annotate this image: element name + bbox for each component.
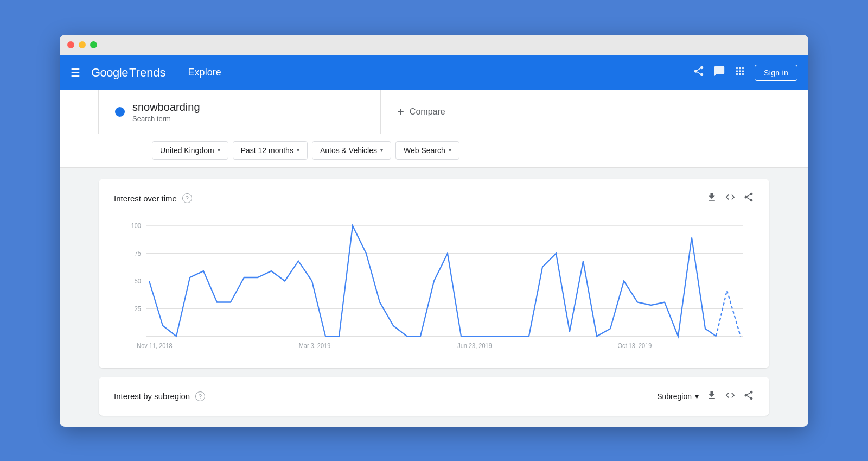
subregion-right: Subregion ▾ <box>657 390 754 403</box>
svg-text:Nov 11, 2018: Nov 11, 2018 <box>137 342 172 349</box>
sidebar-space <box>60 90 99 134</box>
country-label: United Kingdom <box>160 146 214 155</box>
feedback-icon[interactable] <box>713 65 725 80</box>
card-title: Interest over time <box>114 194 177 203</box>
help-icon[interactable]: ? <box>182 193 192 203</box>
brand-logo: Google Trends <box>91 66 166 80</box>
chart-container: 100 75 50 25 Nov 11, 2018 Mar 3, 2019 Ju… <box>114 214 754 355</box>
header-right: Sign in <box>693 65 797 81</box>
download-icon[interactable] <box>706 192 717 205</box>
subregion-embed-icon[interactable] <box>725 390 736 403</box>
main-content: Interest over time ? <box>60 168 808 427</box>
apps-icon[interactable] <box>734 65 746 80</box>
header-divider <box>177 65 177 80</box>
subregion-title: Interest by subregion <box>114 391 190 401</box>
card-header: Interest over time ? <box>114 192 754 205</box>
search-term-type: Search term <box>132 115 200 123</box>
brand-google-text: Google <box>91 66 128 80</box>
period-filter[interactable]: Past 12 months ▾ <box>233 141 308 160</box>
svg-text:Oct 13, 2019: Oct 13, 2019 <box>618 342 652 349</box>
subregion-select[interactable]: Subregion ▾ <box>657 392 699 401</box>
interest-over-time-card: Interest over time ? <box>99 179 769 368</box>
country-arrow-icon: ▾ <box>218 147 220 153</box>
svg-text:75: 75 <box>135 250 141 256</box>
svg-text:25: 25 <box>135 305 141 312</box>
search-type-arrow-icon: ▾ <box>449 147 451 153</box>
titlebar <box>60 35 808 55</box>
explore-label: Explore <box>188 67 221 78</box>
subregion-share-icon[interactable] <box>743 390 754 403</box>
hamburger-menu-icon[interactable]: ☰ <box>71 66 80 79</box>
period-arrow-icon: ▾ <box>297 147 299 153</box>
country-filter[interactable]: United Kingdom ▾ <box>152 141 228 160</box>
compare-section[interactable]: + Compare <box>381 90 808 134</box>
subregion-card: Interest by subregion ? Subregion ▾ <box>99 377 769 416</box>
search-term-name: snowboarding <box>132 101 200 113</box>
subregion-download-icon[interactable] <box>706 390 717 403</box>
search-term-text: snowboarding Search term <box>132 101 200 123</box>
period-label: Past 12 months <box>241 146 293 155</box>
svg-text:100: 100 <box>131 222 141 229</box>
app-header: ☰ Google Trends Explore <box>60 55 808 90</box>
subregion-select-arrow-icon: ▾ <box>695 392 699 401</box>
svg-text:50: 50 <box>135 277 141 284</box>
subregion-select-label: Subregion <box>657 392 692 401</box>
search-area: snowboarding Search term + Compare <box>60 90 808 134</box>
browser-window: ☰ Google Trends Explore <box>60 35 808 427</box>
search-type-label: Web Search <box>404 146 445 155</box>
search-term-dot <box>115 107 125 117</box>
interest-chart-svg: 100 75 50 25 Nov 11, 2018 Mar 3, 2019 Ju… <box>114 214 754 355</box>
maximize-button[interactable] <box>90 41 97 48</box>
filters-bar: United Kingdom ▾ Past 12 months ▾ Autos … <box>60 134 808 168</box>
compare-plus-icon: + <box>397 105 404 119</box>
close-button[interactable] <box>67 41 74 48</box>
brand-trends-text: Trends <box>129 66 166 80</box>
subregion-help-icon[interactable]: ? <box>195 391 205 401</box>
category-label: Autos & Vehicles <box>320 146 377 155</box>
embed-icon[interactable] <box>725 192 736 205</box>
svg-text:Jun 23, 2019: Jun 23, 2019 <box>457 342 492 349</box>
header-left: ☰ Google Trends Explore <box>71 65 221 80</box>
search-term-section[interactable]: snowboarding Search term <box>99 90 381 134</box>
card-actions <box>706 192 754 205</box>
minimize-button[interactable] <box>79 41 86 48</box>
subregion-left: Interest by subregion ? <box>114 391 205 401</box>
category-filter[interactable]: Autos & Vehicles ▾ <box>312 141 391 160</box>
sign-in-button[interactable]: Sign in <box>755 65 797 81</box>
category-arrow-icon: ▾ <box>380 147 383 153</box>
compare-label: Compare <box>410 107 445 117</box>
svg-text:Mar 3, 2019: Mar 3, 2019 <box>299 342 331 349</box>
share-icon[interactable] <box>693 65 705 80</box>
search-type-filter[interactable]: Web Search ▾ <box>395 141 459 160</box>
card-title-row: Interest over time ? <box>114 193 192 203</box>
share-chart-icon[interactable] <box>743 192 754 205</box>
